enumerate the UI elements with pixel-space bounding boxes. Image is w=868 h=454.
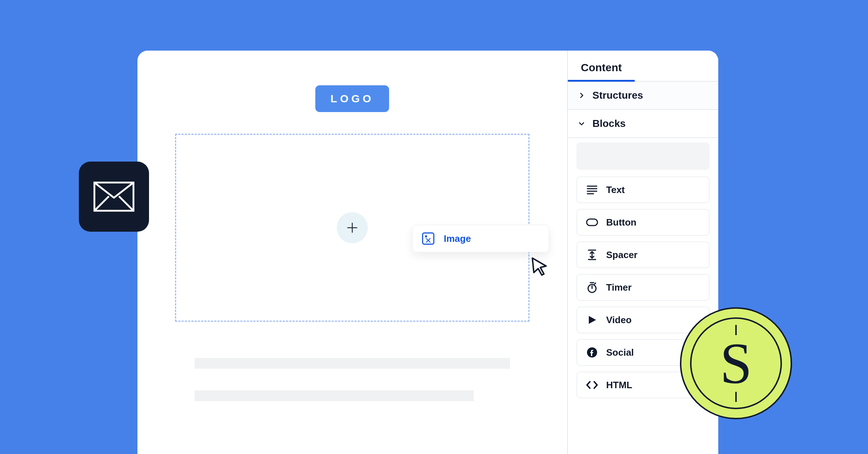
block-label: Timer [606,282,631,293]
placeholder-line [195,358,510,369]
dollar-badge-inner: S [690,317,782,409]
dollar-icon: S [720,330,752,397]
timer-icon [586,282,598,293]
block-label: Spacer [606,249,638,261]
block-video[interactable]: Video [576,307,710,333]
block-image-ghost-slot[interactable] [576,142,710,170]
section-blocks[interactable]: Blocks [568,110,718,138]
code-icon [586,381,598,389]
chevron-down-icon [578,120,586,128]
block-label: Text [606,184,625,196]
block-text[interactable]: Text [576,176,710,203]
editor-window: LOGO Content Stru [137,51,718,454]
placeholder-line [195,390,474,401]
add-block-button[interactable] [337,212,368,243]
block-timer[interactable]: Timer [576,274,710,301]
text-icon [586,185,598,194]
stage: LOGO Content Stru [0,0,868,454]
dollar-badge: S [680,307,792,419]
svg-rect-0 [587,219,597,226]
email-icon-badge [79,162,149,232]
block-label: Button [606,217,637,228]
tab-content[interactable]: Content [568,51,635,81]
section-structures[interactable]: Structures [568,82,718,110]
social-icon [586,347,598,358]
cursor-icon [529,256,550,276]
section-blocks-label: Blocks [592,118,626,129]
block-button[interactable]: Button [576,209,710,236]
section-structures-label: Structures [592,90,643,101]
button-icon [586,218,598,226]
envelope-icon [93,181,135,212]
email-canvas[interactable]: LOGO [137,51,567,454]
dragged-block-label: Image [444,233,471,244]
spacer-icon [586,249,598,260]
block-label: HTML [606,380,632,391]
logo-block[interactable]: LOGO [315,85,389,112]
dragged-block-image[interactable]: Image [412,225,549,252]
image-icon [422,232,434,245]
plus-icon [345,221,359,235]
sidebar-tabs: Content [568,51,718,82]
block-spacer[interactable]: Spacer [576,241,710,268]
block-label: Social [606,347,634,358]
video-icon [586,315,598,325]
block-label: Video [606,314,631,326]
chevron-right-icon [578,91,586,99]
